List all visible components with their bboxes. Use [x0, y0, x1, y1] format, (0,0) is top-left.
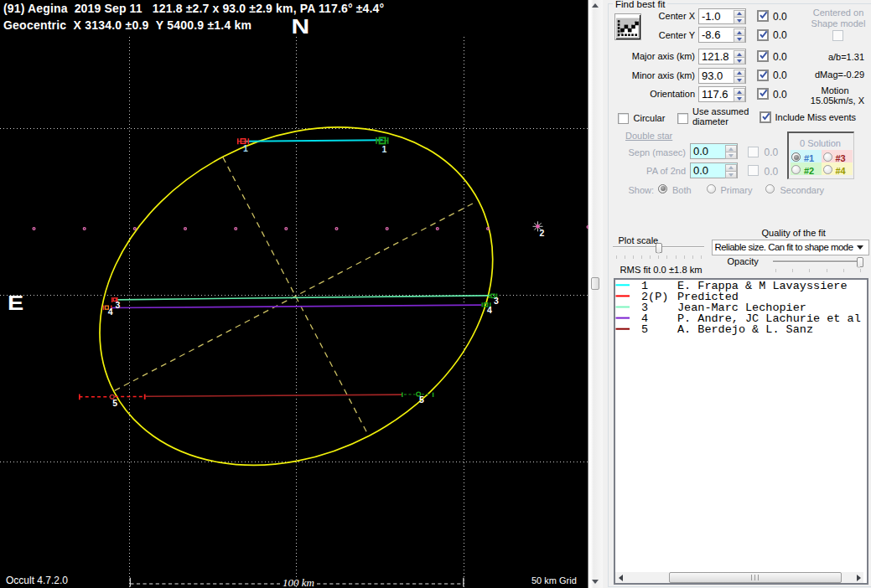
svg-text:4: 4 [487, 305, 492, 315]
svg-text:Geocentric X 3134.0 ±0.9 Y 5: Geocentric X 3134.0 ±0.9 Y 5400.9 ±1.4 k… [3, 18, 251, 32]
svg-text:1: 1 [382, 144, 387, 154]
svg-text:5: 5 [112, 398, 117, 408]
svg-text:50 km Grid: 50 km Grid [531, 575, 577, 585]
svg-text:4: 4 [108, 307, 113, 317]
svg-text:N: N [292, 15, 310, 38]
svg-text:1: 1 [243, 143, 248, 153]
svg-text:2: 2 [540, 228, 545, 238]
svg-text:E: E [8, 291, 23, 314]
svg-text:(91) Aegina 2019 Sep 11 121: (91) Aegina 2019 Sep 11 121.8 ±2.7 x 93.… [3, 2, 384, 15]
svg-text:Occult 4.7.2.0: Occult 4.7.2.0 [6, 575, 68, 586]
svg-text:5: 5 [419, 395, 424, 405]
svg-text:3: 3 [116, 300, 121, 310]
svg-text:3: 3 [494, 296, 499, 306]
svg-text:100 km: 100 km [283, 576, 314, 588]
